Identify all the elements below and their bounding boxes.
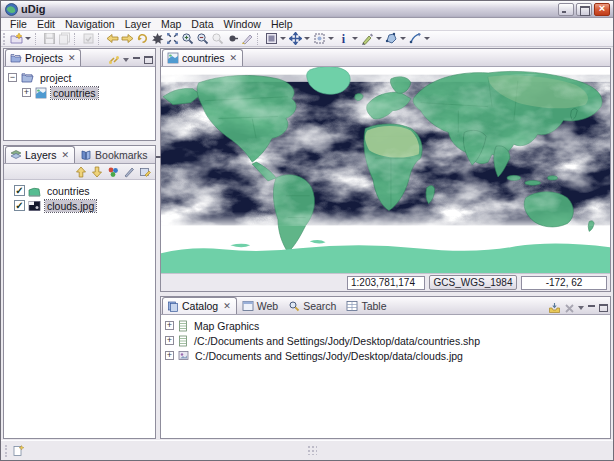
- maximize-view-icon[interactable]: [144, 56, 153, 64]
- layer-row-countries[interactable]: countries: [4, 183, 155, 198]
- import-icon[interactable]: [548, 302, 561, 314]
- render-icon: [226, 32, 239, 45]
- create-feature-tool-button[interactable]: [384, 31, 399, 46]
- style-icon[interactable]: [123, 166, 135, 178]
- scale-input[interactable]: [347, 276, 425, 290]
- editor-tab-close-icon[interactable]: [229, 53, 239, 63]
- zoom-out-button[interactable]: [195, 31, 210, 46]
- raster-layer-icon: [28, 200, 41, 212]
- back-arrow-icon: [106, 32, 119, 45]
- tree-row-project[interactable]: project: [4, 70, 155, 85]
- projects-tabbar: Projects: [4, 49, 155, 67]
- menu-file[interactable]: File: [5, 18, 32, 30]
- select-tool-dropdown[interactable]: [280, 37, 286, 40]
- tab-web[interactable]: Web: [237, 297, 283, 314]
- udig-logo-icon: [5, 3, 18, 16]
- edit-geometry-dropdown[interactable]: [376, 37, 382, 40]
- info-tool-button[interactable]: i: [336, 31, 351, 46]
- erase-button[interactable]: [240, 31, 255, 46]
- menu-map[interactable]: Map: [156, 18, 186, 30]
- minimize-view-icon[interactable]: [587, 304, 596, 312]
- collapse-icon[interactable]: [8, 73, 17, 82]
- move-layer-up-icon[interactable]: [75, 166, 87, 178]
- new-task-icon[interactable]: [12, 444, 25, 457]
- zoom-tool-button[interactable]: [312, 31, 327, 46]
- move-layer-down-icon[interactable]: [91, 166, 103, 178]
- tab-projects[interactable]: Projects: [5, 49, 81, 66]
- menu-help[interactable]: Help: [266, 18, 298, 30]
- tab-table[interactable]: Table: [341, 297, 391, 314]
- pan-tool-dropdown[interactable]: [304, 37, 310, 40]
- zoom-selection-button[interactable]: [210, 31, 225, 46]
- minimize-button[interactable]: [558, 3, 574, 16]
- view-menu-chevron-icon[interactable]: [123, 58, 129, 62]
- tab-editor-countries[interactable]: countries: [162, 49, 243, 66]
- statusbar-drag-dots[interactable]: [307, 445, 317, 455]
- menu-layer[interactable]: Layer: [120, 18, 156, 30]
- stop-render-button[interactable]: [150, 31, 165, 46]
- commit-changes-button[interactable]: [81, 31, 96, 46]
- draw-tool-dropdown[interactable]: [424, 37, 430, 40]
- forward-button[interactable]: [120, 31, 135, 46]
- close-button[interactable]: [594, 3, 610, 16]
- expand-icon[interactable]: [22, 88, 31, 97]
- menu-data[interactable]: Data: [186, 18, 218, 30]
- layer-visibility-checkbox[interactable]: [14, 200, 25, 211]
- maximize-button[interactable]: [576, 3, 592, 16]
- layers-icon: [10, 149, 22, 161]
- menu-navigation[interactable]: Navigation: [60, 18, 120, 30]
- map-canvas[interactable]: [161, 67, 610, 273]
- edit-style-icon[interactable]: [139, 166, 151, 178]
- layer-row-clouds[interactable]: clouds.jpg: [4, 198, 155, 213]
- crs-button[interactable]: GCS_WGS_1984: [429, 275, 517, 290]
- select-tool-button[interactable]: [264, 31, 279, 46]
- layers-list: countries clouds.jpg: [4, 180, 155, 438]
- link-with-editor-icon[interactable]: [108, 54, 120, 66]
- select-tool-icon: [265, 32, 278, 45]
- projects-tab-label: Projects: [25, 52, 63, 64]
- catalog-item-countries-shp[interactable]: /C:/Documents and Settings/Jody/Desktop/…: [161, 333, 610, 348]
- new-wizard-button[interactable]: [9, 31, 24, 46]
- draw-tool-button[interactable]: [408, 31, 423, 46]
- info-tool-dropdown[interactable]: [352, 37, 358, 40]
- save-button[interactable]: [42, 31, 57, 46]
- layers-tab-close-icon[interactable]: [61, 150, 71, 160]
- layer-visibility-checkbox[interactable]: [14, 185, 25, 196]
- refresh-button[interactable]: [135, 31, 150, 46]
- back-button[interactable]: [105, 31, 120, 46]
- render-button[interactable]: [225, 31, 240, 46]
- remove-icon[interactable]: [564, 303, 575, 314]
- projects-tab-close-icon[interactable]: [67, 53, 77, 63]
- expand-icon[interactable]: [165, 321, 174, 330]
- catalog-tab-close-icon[interactable]: [222, 301, 232, 311]
- tab-catalog[interactable]: Catalog: [162, 297, 237, 314]
- svg-text:i: i: [342, 32, 346, 45]
- create-feature-dropdown[interactable]: [400, 37, 406, 40]
- zoom-tool-dropdown[interactable]: [328, 37, 334, 40]
- toolbar-drag-handle[interactable]: [3, 33, 7, 45]
- tab-layers[interactable]: Layers: [5, 146, 75, 163]
- edit-geometry-tool-button[interactable]: [360, 31, 375, 46]
- tab-search[interactable]: Search: [283, 297, 341, 314]
- view-menu-chevron-icon[interactable]: [578, 306, 584, 310]
- maximize-view-icon[interactable]: [599, 304, 608, 312]
- expand-icon[interactable]: [165, 336, 174, 345]
- menu-edit[interactable]: Edit: [32, 18, 60, 30]
- zoom-extent-button[interactable]: [165, 31, 180, 46]
- zoom-in-button[interactable]: [180, 31, 195, 46]
- minimize-view-icon[interactable]: [132, 56, 141, 64]
- editor-tab-label: countries: [182, 52, 225, 64]
- catalog-item-map-graphics[interactable]: Map Graphics: [161, 318, 610, 333]
- coordinates-input[interactable]: [521, 276, 607, 290]
- save-all-button[interactable]: [57, 31, 72, 46]
- catalog-item-clouds-jpg[interactable]: C:/Documents and Settings/Jody/Desktop/d…: [161, 348, 610, 363]
- layers-toolbar: [4, 164, 155, 180]
- new-wizard-dropdown[interactable]: [25, 37, 31, 40]
- expand-icon[interactable]: [165, 351, 174, 360]
- tree-row-countries-map[interactable]: countries: [4, 85, 155, 100]
- tab-bookmarks[interactable]: Bookmarks: [75, 146, 153, 163]
- pan-tool-button[interactable]: [288, 31, 303, 46]
- palette-icon[interactable]: [107, 166, 119, 178]
- title-bar[interactable]: uDig: [1, 1, 613, 18]
- menu-window[interactable]: Window: [219, 18, 266, 30]
